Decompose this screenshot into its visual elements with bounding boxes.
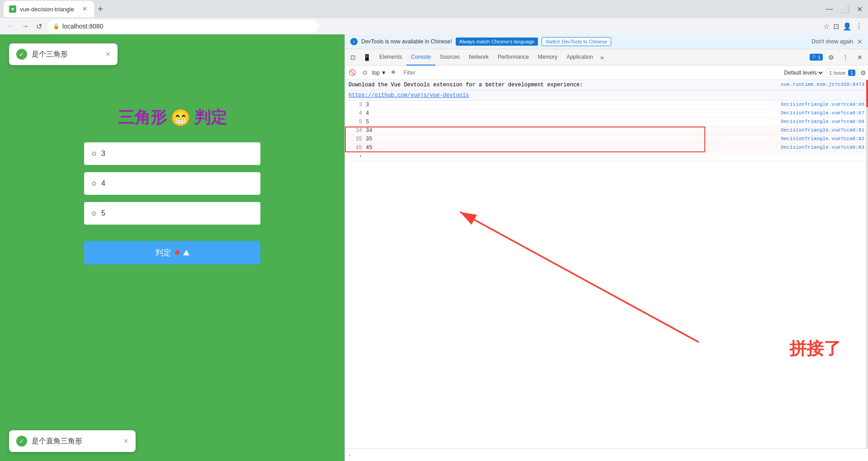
active-tab[interactable]: vue-decision-triangle × — [4, 1, 94, 17]
console-prompt-line: › — [345, 152, 868, 161]
tab-title: vue-decision-triangle — [20, 6, 74, 13]
console-log-45: 45 45 DecisionTriangle.vue?cca0:83 — [345, 144, 868, 152]
minimize-button[interactable]: — — [824, 3, 835, 15]
devtools-more-button[interactable]: ⋮ — [839, 51, 852, 64]
dont-show-again-link[interactable]: Don't show again — [811, 38, 853, 45]
console-settings-button[interactable]: ⚙ — [860, 69, 866, 76]
tab-performance[interactable]: Performance — [493, 49, 533, 66]
tab-application[interactable]: Application — [562, 49, 598, 66]
info-bar-close-button[interactable]: ✕ — [857, 38, 863, 46]
url-text: localhost:8080 — [62, 23, 103, 30]
log-link-34[interactable]: DecisionTriangle.vue?cca0:81 — [781, 127, 864, 133]
context-dropdown-icon: ▼ — [381, 70, 387, 76]
issues-text: 1 Issue: — [829, 70, 847, 75]
title-emoji: 😁 — [170, 108, 191, 127]
input-field-1[interactable]: ✿ 3 — [84, 142, 260, 165]
toast-top-text: 是个三角形 — [32, 50, 68, 59]
devtools-left-actions: ⊡ 📱 — [347, 51, 373, 64]
console-log-4: 4 4 DecisionTriangle.vue?cca0:67 — [345, 109, 868, 118]
tab-console[interactable]: Console — [406, 49, 435, 66]
lock-icon: 🔒 — [53, 23, 60, 29]
log-link-5[interactable]: DecisionTriangle.vue?cca0:68 — [781, 119, 864, 124]
devtools-tabs: ⊡ 📱 Elements Console Sources Network Per… — [345, 49, 868, 66]
filter-input[interactable] — [401, 69, 781, 77]
scrollbar-thumb[interactable] — [866, 80, 868, 107]
eye-icon-button[interactable]: 👁 — [388, 67, 399, 78]
line-num-34: 34 — [349, 127, 362, 134]
console-log-34: 34 34 DecisionTriangle.vue?cca0:81 — [345, 127, 868, 135]
button-dot-icon — [175, 250, 179, 255]
tab-memory[interactable]: Memory — [533, 49, 562, 66]
forward-button[interactable]: → — [20, 20, 31, 32]
bookmark-icon[interactable]: ☆ — [823, 22, 830, 31]
inspect-element-button[interactable]: ⊡ — [347, 51, 359, 64]
device-mode-button[interactable]: 📱 — [360, 51, 373, 64]
input-value-2: 4 — [101, 179, 105, 188]
log-text-45: 45 — [366, 145, 777, 151]
address-bar: ← → ↺ 🔒 localhost:8080 ☆ ⊡ 👤 ⋮ — [0, 18, 868, 34]
toast-top-icon: ✓ — [16, 49, 27, 60]
input-value-3: 5 — [101, 209, 105, 217]
extensions-icon[interactable]: ⊡ — [833, 22, 839, 31]
devtools-close-button[interactable]: ✕ — [854, 51, 866, 64]
log-link-35[interactable]: DecisionTriangle.vue?cca0:82 — [781, 136, 864, 141]
tab-favicon — [9, 5, 16, 13]
switch-to-chinese-button[interactable]: Switch DevTools to Chinese — [542, 37, 611, 46]
toast-bottom-icon: ✓ — [16, 436, 27, 447]
close-button[interactable]: ✕ — [855, 3, 864, 15]
more-tabs-button[interactable]: » — [598, 54, 607, 61]
log-link-45[interactable]: DecisionTriangle.vue?cca0:83 — [781, 145, 864, 150]
vue-runtime-link-1[interactable]: vue.runtime.esm.js?c320:8473 — [781, 82, 864, 88]
log-text-3: 3 — [366, 102, 777, 108]
clear-console-button[interactable]: 🚫 — [347, 67, 358, 78]
window-controls: — ⬜ ✕ — [824, 3, 864, 15]
devtools-info-bar: i DevTools is now available in Chinese! … — [345, 34, 868, 49]
always-match-language-button[interactable]: Always match Chrome's language — [456, 38, 538, 46]
browser-chrome: vue-decision-triangle × + — ⬜ ✕ — [0, 0, 868, 18]
issues-badge[interactable]: ⚐ 1 — [810, 54, 823, 61]
input-field-2[interactable]: ✿ 4 — [84, 172, 260, 195]
main-layout: ✓ 是个三角形 × 三角形 😁 判定 ✿ 3 ✿ 4 ✿ — [0, 34, 868, 461]
issues-counter[interactable]: 1 Issue: 1 — [826, 68, 859, 77]
reload-button[interactable]: ↺ — [34, 20, 44, 33]
toast-top-close[interactable]: × — [105, 50, 110, 59]
log-link-4[interactable]: DecisionTriangle.vue?cca0:67 — [781, 110, 864, 116]
menu-icon[interactable]: ⋮ — [855, 22, 863, 31]
tab-sources[interactable]: Sources — [435, 49, 464, 66]
vue-devtools-url[interactable]: https://github.com/vuejs/vue-devtools — [349, 92, 469, 99]
context-selector[interactable]: top ▼ — [372, 70, 387, 76]
back-button[interactable]: ← — [5, 20, 16, 32]
highlighted-group: 34 34 DecisionTriangle.vue?cca0:81 35 35… — [345, 127, 868, 152]
input-field-3[interactable]: ✿ 5 — [84, 202, 260, 225]
line-num-3: 3 — [349, 102, 362, 108]
spinner-icon-1: ✿ — [91, 150, 97, 157]
devtools-settings-button[interactable]: ⚙ — [825, 51, 837, 64]
app-content: 三角形 😁 判定 ✿ 3 ✿ 4 ✿ 5 判定 — [0, 34, 344, 264]
spinner-icon-2: ✿ — [91, 180, 97, 187]
button-triangle-icon — [183, 250, 189, 255]
console-input-field[interactable] — [353, 452, 864, 458]
log-text-4: 4 — [366, 110, 777, 117]
toast-bottom-close[interactable]: × — [123, 437, 128, 446]
console-toolbar: 🚫 ⊙ top ▼ 👁 Default levels 1 Issue: 1 ⚙ — [345, 66, 868, 80]
toast-top: ✓ 是个三角形 × — [9, 43, 118, 65]
console-input-area: › — [345, 448, 868, 461]
maximize-button[interactable]: ⬜ — [839, 3, 851, 15]
log-level-select[interactable]: Default levels — [782, 69, 824, 76]
app-title: 三角形 😁 判定 — [118, 107, 227, 129]
info-icon: i — [350, 38, 358, 45]
app-panel: ✓ 是个三角形 × 三角形 😁 判定 ✿ 3 ✿ 4 ✿ — [0, 34, 344, 461]
prompt-arrow: › — [349, 153, 362, 160]
console-log-35: 35 35 DecisionTriangle.vue?cca0:82 — [345, 135, 868, 144]
tab-close-button[interactable]: × — [81, 4, 89, 14]
scrollbar-track — [866, 80, 868, 448]
profile-icon[interactable]: 👤 — [843, 22, 852, 31]
preserve-log-button[interactable]: ⊙ — [359, 67, 370, 78]
url-bar[interactable]: 🔒 localhost:8080 — [47, 20, 319, 33]
log-link-3[interactable]: DecisionTriangle.vue?cca0:66 — [781, 102, 864, 107]
line-num-35: 35 — [349, 136, 362, 142]
new-tab-button[interactable]: + — [94, 3, 107, 15]
tab-elements[interactable]: Elements — [375, 49, 406, 66]
tab-network[interactable]: Network — [464, 49, 493, 66]
judge-button[interactable]: 判定 — [84, 241, 260, 264]
